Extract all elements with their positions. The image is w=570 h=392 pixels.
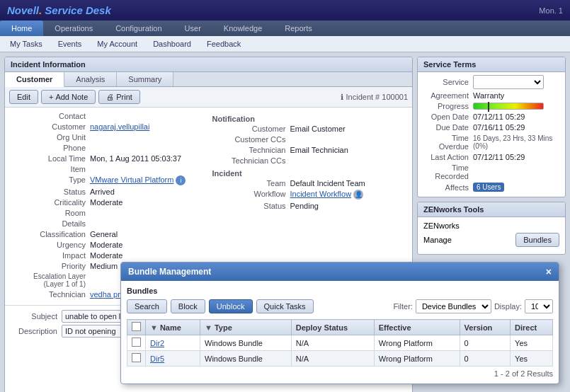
display-label: Display:: [494, 302, 522, 311]
service-select[interactable]: [473, 75, 544, 89]
app-logo: Novell. Service Desk: [7, 4, 111, 16]
row-name-cell: Dir5: [146, 351, 200, 367]
row-effective-cell: Wrong Platform: [374, 351, 460, 367]
criticality-label: Criticality: [12, 198, 90, 207]
row-effective-cell: Wrong Platform: [374, 335, 460, 351]
search-button[interactable]: Search: [127, 299, 167, 313]
type-sort-icon: ▼: [205, 323, 212, 332]
row-type-cell: Windows Bundle: [200, 351, 292, 367]
row-checkbox-cell: [127, 335, 146, 351]
priority-value: Medium: [90, 262, 118, 270]
col-direct[interactable]: Direct: [511, 320, 553, 335]
bundle-name-link[interactable]: Dir2: [150, 339, 164, 347]
workflow-value[interactable]: Incident Workflow: [290, 190, 352, 198]
last-action-label: Last Action: [423, 153, 473, 161]
service-terms-box: Service Terms Service Agreement Warranty…: [417, 57, 566, 197]
type-info-icon[interactable]: i: [176, 175, 186, 185]
col-name[interactable]: ▼Name: [146, 320, 200, 335]
zenworks-row: ZENworks: [423, 221, 559, 230]
technician-label: Technician: [12, 290, 90, 299]
phone-label: Phone: [12, 144, 90, 152]
zenworks-title: ZENworks Tools: [418, 202, 565, 217]
modal-close-button[interactable]: ×: [546, 266, 552, 277]
service-terms-title: Service Terms: [418, 57, 565, 72]
subnav-my-tasks[interactable]: My Tasks: [6, 38, 47, 50]
type-value[interactable]: VMware Virtual Platform: [90, 175, 173, 184]
nav-knowledge[interactable]: Knowledge: [212, 21, 273, 36]
nav-configuration[interactable]: Configuration: [104, 21, 173, 36]
classification-value: General: [90, 230, 118, 238]
subnav-feedback[interactable]: Feedback: [203, 38, 245, 50]
filter-select[interactable]: Device Bundles: [416, 299, 491, 313]
classification-label: Classification: [12, 230, 90, 238]
due-date-label: Due Date: [423, 123, 473, 132]
customer-value[interactable]: nagaraj.vellupillai: [90, 122, 149, 131]
row-version-cell: 0: [460, 351, 510, 367]
subnav-my-account[interactable]: My Account: [93, 38, 142, 50]
modal-body: Bundles Search Block Unblock Quick Tasks…: [121, 281, 559, 384]
status-value: Arrived: [90, 188, 115, 196]
logo-brand: Novell: [7, 4, 39, 16]
header-checkbox[interactable]: [132, 322, 141, 331]
details-label: Details: [12, 219, 90, 228]
nav-user[interactable]: User: [173, 21, 212, 36]
type-label: Type: [12, 175, 90, 184]
nav-home[interactable]: Home: [0, 21, 43, 36]
subnav-events[interactable]: Events: [54, 38, 86, 50]
workflow-person-icon[interactable]: 👤: [353, 190, 363, 200]
incident-toolbar: Edit + Add Note 🖨 Print ℹ Incident # 100…: [5, 87, 412, 108]
bundles-button[interactable]: Bundles: [515, 233, 559, 247]
notif-tech-ccs-label: Technician CCs: [212, 156, 290, 165]
incident-status-value: Pending: [290, 202, 319, 210]
row-checkbox[interactable]: [132, 353, 141, 362]
tab-analysis[interactable]: Analysis: [64, 72, 117, 86]
logo-product: Service Desk: [45, 4, 110, 16]
time-recorded-row: Time Recorded: [423, 163, 559, 180]
quick-tasks-button[interactable]: Quick Tasks: [256, 299, 314, 313]
overdue-row: Time Overdue 16 Days, 23 Hrs, 33 Mins (0…: [423, 134, 559, 151]
col-effective[interactable]: Effective: [374, 320, 460, 335]
bundle-name-link[interactable]: Dir5: [150, 354, 164, 363]
unblock-button[interactable]: Unblock: [209, 299, 253, 313]
col-deploy-status[interactable]: Deploy Status: [291, 320, 374, 335]
add-note-button[interactable]: + Add Note: [41, 90, 96, 104]
notif-tech-row: Technician Email Technician: [212, 146, 406, 154]
customer-label: Customer: [12, 122, 90, 131]
logo-dot: .: [39, 4, 42, 16]
team-value: Default Incident Team: [290, 179, 365, 188]
modal-header: Bundle Management ×: [121, 263, 559, 281]
contact-row: Contact: [12, 112, 205, 120]
zenworks-content: ZENworks Manage Bundles: [418, 217, 565, 254]
last-action-value: 07/12/11 05:29: [473, 153, 525, 161]
service-row: Service: [423, 75, 559, 89]
row-checkbox[interactable]: [132, 338, 141, 347]
affects-label: Affects: [423, 183, 473, 192]
row-version-cell: 0: [460, 335, 510, 351]
workflow-label: Workflow: [212, 190, 290, 198]
display-select[interactable]: 10: [525, 299, 553, 313]
block-button[interactable]: Block: [171, 299, 205, 313]
progress-marker: [488, 102, 489, 112]
affects-row: Affects 6 Users: [423, 183, 559, 192]
overdue-value: 16 Days, 23 Hrs, 33 Mins (0%): [473, 134, 559, 150]
incident-status-label: Status: [212, 202, 290, 210]
app-header: Novell. Service Desk Mon. 1: [0, 0, 570, 21]
subnav-dashboard[interactable]: Dashboard: [149, 38, 195, 50]
edit-button[interactable]: Edit: [9, 90, 38, 104]
table-row: Dir2 Windows Bundle N/A Wrong Platform 0…: [127, 335, 553, 351]
open-date-value: 07/12/11 05:29: [473, 113, 525, 121]
tab-customer[interactable]: Customer: [5, 72, 64, 87]
service-label: Service: [423, 78, 473, 86]
nav-operations[interactable]: Operations: [43, 21, 104, 36]
nav-reports[interactable]: Reports: [273, 21, 324, 36]
print-button[interactable]: 🖨 Print: [98, 90, 140, 104]
impact-row: Impact Moderate: [12, 251, 205, 260]
urgency-value: Moderate: [90, 241, 122, 249]
col-version[interactable]: Version: [460, 320, 510, 335]
local-time-label: Local Time: [12, 154, 90, 163]
progress-label: Progress: [423, 102, 473, 110]
table-row: Dir5 Windows Bundle N/A Wrong Platform 0…: [127, 351, 553, 367]
col-type[interactable]: ▼Type: [200, 320, 292, 335]
tab-summary[interactable]: Summary: [117, 72, 173, 86]
zenworks-label: ZENworks: [423, 221, 460, 230]
